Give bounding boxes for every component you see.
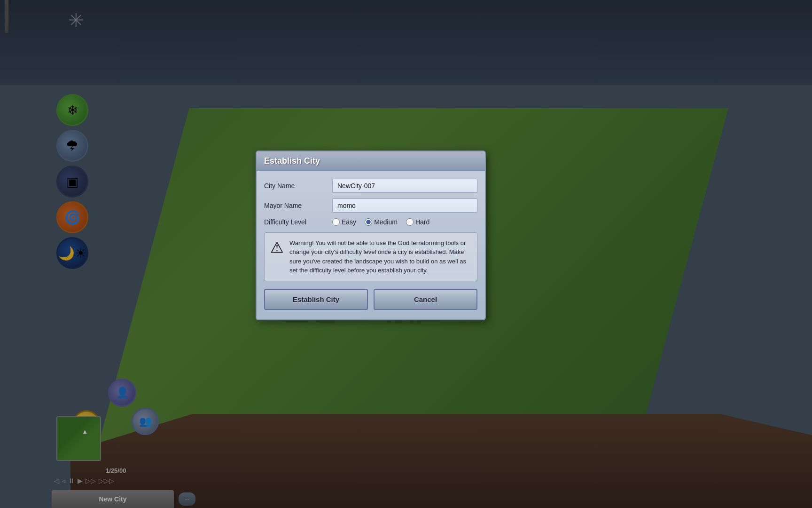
modal-overlay: Establish City City Name Mayor Name Diff… xyxy=(0,0,812,508)
mayor-name-input[interactable] xyxy=(332,198,477,213)
city-name-label: City Name xyxy=(264,182,332,190)
easy-radio[interactable] xyxy=(332,218,340,226)
city-name-row: City Name xyxy=(264,179,477,193)
difficulty-easy[interactable]: Easy xyxy=(332,218,356,226)
warning-icon: ⚠ xyxy=(270,238,284,256)
warning-text: Warning! You will not be able to use the… xyxy=(289,238,471,275)
difficulty-options: Easy Medium Hard xyxy=(332,218,429,226)
hard-label: Hard xyxy=(415,218,429,226)
establish-city-dialog: Establish City City Name Mayor Name Diff… xyxy=(256,151,486,320)
mayor-name-row: Mayor Name xyxy=(264,198,477,213)
easy-label: Easy xyxy=(342,218,356,226)
dialog-buttons: Establish City Cancel xyxy=(264,289,477,312)
dialog-title: Establish City xyxy=(257,151,485,171)
medium-radio[interactable] xyxy=(365,218,372,226)
dialog-body: City Name Mayor Name Difficulty Level Ea… xyxy=(257,171,485,319)
difficulty-hard[interactable]: Hard xyxy=(406,218,429,226)
hard-radio[interactable] xyxy=(406,218,414,226)
difficulty-label: Difficulty Level xyxy=(264,218,332,226)
establish-city-button[interactable]: Establish City xyxy=(264,289,368,310)
medium-label: Medium xyxy=(374,218,398,226)
mayor-name-label: Mayor Name xyxy=(264,202,332,209)
city-name-input[interactable] xyxy=(332,179,477,193)
difficulty-row: Difficulty Level Easy Medium Hard xyxy=(264,218,477,226)
warning-box: ⚠ Warning! You will not be able to use t… xyxy=(264,232,477,281)
difficulty-medium[interactable]: Medium xyxy=(365,218,398,226)
cancel-button[interactable]: Cancel xyxy=(374,289,477,310)
